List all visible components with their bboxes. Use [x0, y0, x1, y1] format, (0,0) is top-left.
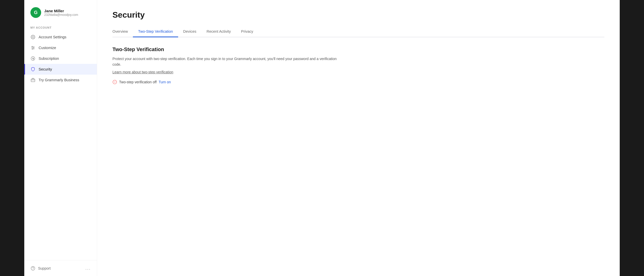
page-title: Security [112, 10, 604, 20]
sidebar-item-grammarly-business[interactable]: Try Grammarly Business [24, 75, 97, 85]
sidebar-item-security-label: Security [39, 67, 52, 71]
learn-more-link[interactable]: Learn more about two-step verification [112, 70, 604, 74]
svg-point-6 [32, 49, 33, 49]
support-item[interactable]: Support [30, 266, 51, 271]
svg-rect-9 [31, 79, 35, 82]
right-black-bar [620, 0, 644, 276]
tab-recent-activity[interactable]: Recent Activity [201, 27, 236, 37]
svg-point-4 [32, 46, 33, 47]
dollar-icon [30, 56, 36, 61]
user-email: 232fda9a@moodjoy.com [44, 13, 78, 17]
sidebar-item-customize-label: Customize [39, 46, 56, 50]
user-info: Jane Miller 232fda9a@moodjoy.com [44, 9, 78, 17]
tab-privacy[interactable]: Privacy [236, 27, 258, 37]
sliders-icon [30, 45, 36, 50]
sidebar-item-account-settings-label: Account Settings [39, 35, 66, 39]
avatar: G [30, 7, 41, 18]
nav-items: My Account Account Settings [24, 26, 97, 260]
svg-point-0 [32, 37, 34, 38]
tab-overview[interactable]: Overview [112, 27, 133, 37]
user-name: Jane Miller [44, 9, 78, 13]
sidebar-item-grammarly-business-label: Try Grammarly Business [39, 78, 79, 82]
sidebar-item-security[interactable]: Security [24, 64, 97, 75]
main-content: Security Overview Two-Step Verification … [97, 0, 620, 276]
sidebar-item-account-settings[interactable]: Account Settings [24, 32, 97, 42]
support-label: Support [38, 266, 51, 270]
section-description: Protect your account with two-step verif… [112, 56, 342, 67]
left-black-bar [0, 0, 24, 276]
gear-icon [30, 34, 36, 40]
sidebar-bottom: Support ... [24, 260, 97, 276]
turn-on-link[interactable]: Turn on [159, 80, 171, 84]
shield-icon [30, 67, 36, 72]
section-title: Two-Step Verification [112, 47, 604, 52]
question-icon [30, 266, 36, 271]
section-label: My Account [24, 26, 97, 32]
more-options-button[interactable]: ... [85, 266, 91, 271]
svg-point-12 [31, 266, 35, 270]
sidebar-item-subscription-label: Subscription [39, 56, 59, 61]
tabs: Overview Two-Step Verification Devices R… [112, 27, 604, 37]
status-off-icon [112, 80, 117, 84]
sidebar-item-subscription[interactable]: Subscription [24, 53, 97, 64]
status-text: Two-step verification off [119, 80, 157, 84]
status-row: Two-step verification off Turn on [112, 80, 604, 84]
sidebar-item-customize[interactable]: Customize [24, 42, 97, 53]
briefcase-icon [30, 77, 36, 83]
tab-two-step-verification[interactable]: Two-Step Verification [133, 27, 178, 37]
user-section: G Jane Miller 232fda9a@moodjoy.com [24, 7, 97, 26]
svg-point-5 [33, 48, 34, 48]
sidebar: G Jane Miller 232fda9a@moodjoy.com My Ac… [24, 0, 97, 276]
tab-devices[interactable]: Devices [178, 27, 202, 37]
